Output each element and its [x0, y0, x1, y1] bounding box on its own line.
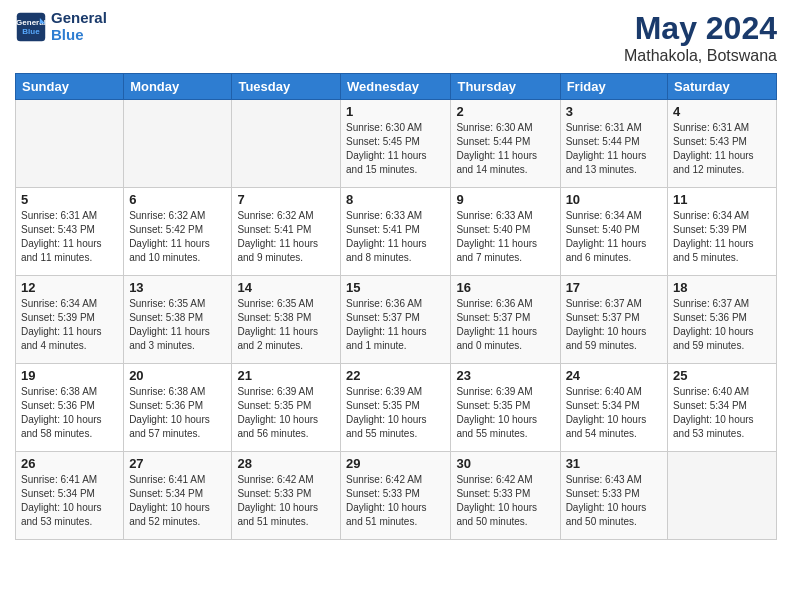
calendar-cell: 11Sunrise: 6:34 AM Sunset: 5:39 PM Dayli…	[668, 188, 777, 276]
month-title: May 2024	[624, 10, 777, 47]
calendar-week-row: 1Sunrise: 6:30 AM Sunset: 5:45 PM Daylig…	[16, 100, 777, 188]
day-info: Sunrise: 6:39 AM Sunset: 5:35 PM Dayligh…	[346, 385, 445, 441]
calendar-cell	[232, 100, 341, 188]
calendar-cell: 4Sunrise: 6:31 AM Sunset: 5:43 PM Daylig…	[668, 100, 777, 188]
calendar-week-row: 26Sunrise: 6:41 AM Sunset: 5:34 PM Dayli…	[16, 452, 777, 540]
calendar-cell: 14Sunrise: 6:35 AM Sunset: 5:38 PM Dayli…	[232, 276, 341, 364]
day-number: 23	[456, 368, 554, 383]
calendar-cell: 13Sunrise: 6:35 AM Sunset: 5:38 PM Dayli…	[124, 276, 232, 364]
calendar-cell: 10Sunrise: 6:34 AM Sunset: 5:40 PM Dayli…	[560, 188, 667, 276]
day-number: 21	[237, 368, 335, 383]
title-block: May 2024 Mathakola, Botswana	[624, 10, 777, 65]
day-number: 13	[129, 280, 226, 295]
calendar-cell: 16Sunrise: 6:36 AM Sunset: 5:37 PM Dayli…	[451, 276, 560, 364]
day-number: 9	[456, 192, 554, 207]
day-info: Sunrise: 6:34 AM Sunset: 5:39 PM Dayligh…	[21, 297, 118, 353]
calendar-cell: 19Sunrise: 6:38 AM Sunset: 5:36 PM Dayli…	[16, 364, 124, 452]
weekday-header: Saturday	[668, 74, 777, 100]
calendar-cell: 18Sunrise: 6:37 AM Sunset: 5:36 PM Dayli…	[668, 276, 777, 364]
day-number: 19	[21, 368, 118, 383]
logo-general: General	[51, 10, 107, 27]
day-info: Sunrise: 6:42 AM Sunset: 5:33 PM Dayligh…	[346, 473, 445, 529]
day-info: Sunrise: 6:33 AM Sunset: 5:40 PM Dayligh…	[456, 209, 554, 265]
calendar-cell: 6Sunrise: 6:32 AM Sunset: 5:42 PM Daylig…	[124, 188, 232, 276]
weekday-header: Tuesday	[232, 74, 341, 100]
day-number: 8	[346, 192, 445, 207]
day-info: Sunrise: 6:42 AM Sunset: 5:33 PM Dayligh…	[237, 473, 335, 529]
day-number: 30	[456, 456, 554, 471]
day-number: 3	[566, 104, 662, 119]
day-number: 12	[21, 280, 118, 295]
day-number: 15	[346, 280, 445, 295]
day-number: 25	[673, 368, 771, 383]
calendar-week-row: 19Sunrise: 6:38 AM Sunset: 5:36 PM Dayli…	[16, 364, 777, 452]
day-number: 27	[129, 456, 226, 471]
day-info: Sunrise: 6:30 AM Sunset: 5:44 PM Dayligh…	[456, 121, 554, 177]
day-number: 24	[566, 368, 662, 383]
calendar-cell: 30Sunrise: 6:42 AM Sunset: 5:33 PM Dayli…	[451, 452, 560, 540]
day-info: Sunrise: 6:36 AM Sunset: 5:37 PM Dayligh…	[456, 297, 554, 353]
day-info: Sunrise: 6:32 AM Sunset: 5:42 PM Dayligh…	[129, 209, 226, 265]
day-number: 1	[346, 104, 445, 119]
calendar-cell: 27Sunrise: 6:41 AM Sunset: 5:34 PM Dayli…	[124, 452, 232, 540]
day-number: 16	[456, 280, 554, 295]
calendar-cell: 21Sunrise: 6:39 AM Sunset: 5:35 PM Dayli…	[232, 364, 341, 452]
day-info: Sunrise: 6:31 AM Sunset: 5:43 PM Dayligh…	[21, 209, 118, 265]
svg-text:Blue: Blue	[22, 27, 40, 36]
day-number: 18	[673, 280, 771, 295]
day-number: 4	[673, 104, 771, 119]
calendar-cell	[668, 452, 777, 540]
weekday-header: Monday	[124, 74, 232, 100]
day-number: 17	[566, 280, 662, 295]
day-info: Sunrise: 6:43 AM Sunset: 5:33 PM Dayligh…	[566, 473, 662, 529]
day-number: 20	[129, 368, 226, 383]
day-number: 11	[673, 192, 771, 207]
calendar-cell: 28Sunrise: 6:42 AM Sunset: 5:33 PM Dayli…	[232, 452, 341, 540]
logo: General Blue General Blue	[15, 10, 107, 43]
day-info: Sunrise: 6:38 AM Sunset: 5:36 PM Dayligh…	[129, 385, 226, 441]
day-info: Sunrise: 6:32 AM Sunset: 5:41 PM Dayligh…	[237, 209, 335, 265]
day-number: 7	[237, 192, 335, 207]
day-info: Sunrise: 6:36 AM Sunset: 5:37 PM Dayligh…	[346, 297, 445, 353]
page-header: General Blue General Blue May 2024 Matha…	[15, 10, 777, 65]
day-info: Sunrise: 6:39 AM Sunset: 5:35 PM Dayligh…	[237, 385, 335, 441]
calendar-cell: 22Sunrise: 6:39 AM Sunset: 5:35 PM Dayli…	[341, 364, 451, 452]
calendar-cell: 9Sunrise: 6:33 AM Sunset: 5:40 PM Daylig…	[451, 188, 560, 276]
calendar-table: SundayMondayTuesdayWednesdayThursdayFrid…	[15, 73, 777, 540]
day-number: 31	[566, 456, 662, 471]
day-number: 10	[566, 192, 662, 207]
calendar-cell: 25Sunrise: 6:40 AM Sunset: 5:34 PM Dayli…	[668, 364, 777, 452]
day-info: Sunrise: 6:31 AM Sunset: 5:43 PM Dayligh…	[673, 121, 771, 177]
calendar-cell: 29Sunrise: 6:42 AM Sunset: 5:33 PM Dayli…	[341, 452, 451, 540]
calendar-week-row: 12Sunrise: 6:34 AM Sunset: 5:39 PM Dayli…	[16, 276, 777, 364]
calendar-cell: 1Sunrise: 6:30 AM Sunset: 5:45 PM Daylig…	[341, 100, 451, 188]
calendar-cell	[16, 100, 124, 188]
calendar-cell: 31Sunrise: 6:43 AM Sunset: 5:33 PM Dayli…	[560, 452, 667, 540]
calendar-header-row: SundayMondayTuesdayWednesdayThursdayFrid…	[16, 74, 777, 100]
logo-blue: Blue	[51, 27, 107, 44]
day-number: 14	[237, 280, 335, 295]
weekday-header: Wednesday	[341, 74, 451, 100]
day-number: 5	[21, 192, 118, 207]
day-number: 2	[456, 104, 554, 119]
logo-icon: General Blue	[15, 11, 47, 43]
day-info: Sunrise: 6:30 AM Sunset: 5:45 PM Dayligh…	[346, 121, 445, 177]
location-title: Mathakola, Botswana	[624, 47, 777, 65]
day-number: 22	[346, 368, 445, 383]
day-info: Sunrise: 6:37 AM Sunset: 5:36 PM Dayligh…	[673, 297, 771, 353]
calendar-cell: 23Sunrise: 6:39 AM Sunset: 5:35 PM Dayli…	[451, 364, 560, 452]
calendar-cell: 12Sunrise: 6:34 AM Sunset: 5:39 PM Dayli…	[16, 276, 124, 364]
day-info: Sunrise: 6:33 AM Sunset: 5:41 PM Dayligh…	[346, 209, 445, 265]
calendar-cell: 5Sunrise: 6:31 AM Sunset: 5:43 PM Daylig…	[16, 188, 124, 276]
day-info: Sunrise: 6:34 AM Sunset: 5:39 PM Dayligh…	[673, 209, 771, 265]
weekday-header: Sunday	[16, 74, 124, 100]
calendar-cell: 2Sunrise: 6:30 AM Sunset: 5:44 PM Daylig…	[451, 100, 560, 188]
day-info: Sunrise: 6:42 AM Sunset: 5:33 PM Dayligh…	[456, 473, 554, 529]
day-info: Sunrise: 6:34 AM Sunset: 5:40 PM Dayligh…	[566, 209, 662, 265]
day-number: 29	[346, 456, 445, 471]
calendar-cell: 8Sunrise: 6:33 AM Sunset: 5:41 PM Daylig…	[341, 188, 451, 276]
day-number: 26	[21, 456, 118, 471]
calendar-cell	[124, 100, 232, 188]
day-info: Sunrise: 6:41 AM Sunset: 5:34 PM Dayligh…	[21, 473, 118, 529]
day-info: Sunrise: 6:38 AM Sunset: 5:36 PM Dayligh…	[21, 385, 118, 441]
